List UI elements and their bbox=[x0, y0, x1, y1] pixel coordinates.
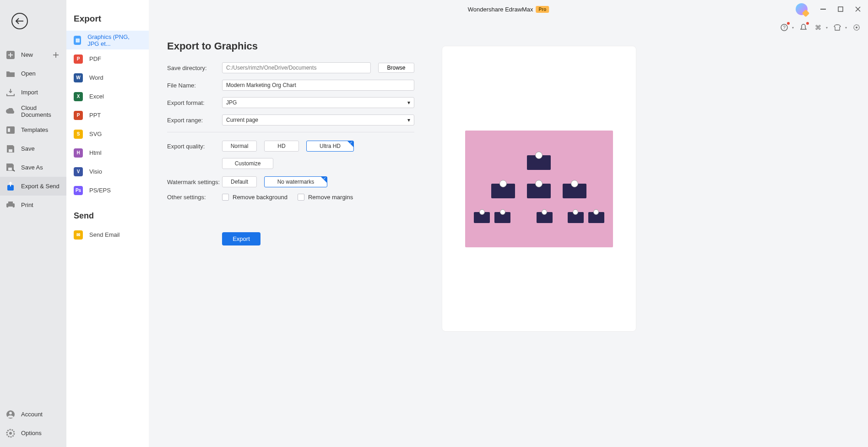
nav-save[interactable]: Save bbox=[0, 139, 66, 158]
remove-background-checkbox[interactable]: Remove background bbox=[222, 194, 288, 201]
svg-rect-1 bbox=[6, 126, 15, 134]
export-button[interactable]: Export bbox=[222, 232, 260, 245]
export-item-label: Visio bbox=[89, 168, 102, 175]
nav-bottom: Account Options bbox=[0, 405, 66, 442]
nav-cloud-documents[interactable]: Cloud Documents bbox=[0, 102, 66, 120]
export-item-label: Graphics (PNG, JPG et... bbox=[87, 33, 141, 47]
send-title: Send bbox=[66, 200, 149, 225]
svg-rect-2 bbox=[8, 128, 10, 132]
nav-account[interactable]: Account bbox=[0, 405, 66, 424]
nav-print[interactable]: Print bbox=[0, 196, 66, 214]
maximize-button[interactable] bbox=[835, 4, 846, 15]
org-chart-preview bbox=[474, 155, 604, 223]
import-icon bbox=[5, 87, 16, 98]
nav-options[interactable]: Options bbox=[0, 424, 66, 442]
ps-icon: Ps bbox=[74, 186, 83, 195]
export-pseps[interactable]: Ps PS/EPS bbox=[66, 181, 149, 200]
watermark-none-button[interactable]: No watermarks bbox=[264, 176, 327, 187]
help-icon[interactable]: ? bbox=[779, 22, 789, 33]
titlebar: Wondershare EdrawMax Pro bbox=[149, 0, 868, 18]
app-title: Wondershare EdrawMax Pro bbox=[468, 6, 549, 13]
ppt-icon: P bbox=[74, 111, 83, 120]
save-directory-input[interactable]: C:/Users/rimzh/OneDrive/Documents bbox=[222, 62, 371, 73]
nav-export-send[interactable]: Export & Send bbox=[0, 177, 66, 196]
back-button[interactable] bbox=[11, 13, 28, 29]
quality-ultrahd-button[interactable]: Ultra HD bbox=[306, 141, 354, 152]
label-other: Other settings: bbox=[167, 194, 222, 201]
send-email[interactable]: ✉ Send Email bbox=[66, 225, 149, 244]
chevron-down-icon[interactable]: ▾ bbox=[826, 26, 828, 30]
nav-open[interactable]: Open bbox=[0, 64, 66, 83]
export-ppt[interactable]: P PPT bbox=[66, 106, 149, 125]
checkbox-icon bbox=[222, 194, 229, 201]
top-toolbar: ? ▾ ⌘ ▾ ▾ bbox=[149, 18, 868, 37]
row-save-directory: Save directory: C:/Users/rimzh/OneDrive/… bbox=[167, 62, 414, 73]
nav-label: Print bbox=[21, 202, 33, 208]
main-area: Wondershare EdrawMax Pro ? ▾ ⌘ ▾ ▾ Expor… bbox=[149, 0, 868, 447]
bell-icon[interactable] bbox=[798, 22, 808, 33]
preview-card bbox=[442, 46, 636, 332]
svg-rect-4 bbox=[8, 168, 12, 170]
browse-button[interactable]: Browse bbox=[378, 63, 414, 73]
export-format-select[interactable]: JPG ▾ bbox=[222, 97, 414, 108]
svg-rect-14 bbox=[838, 7, 843, 11]
chevron-down-icon[interactable]: ▾ bbox=[845, 26, 847, 30]
add-icon[interactable] bbox=[51, 50, 61, 60]
svg-rect-3 bbox=[9, 149, 12, 152]
nav-label: Save As bbox=[21, 164, 43, 171]
nav-label: Account bbox=[21, 411, 43, 418]
settings-icon[interactable] bbox=[852, 22, 862, 33]
gear-icon bbox=[5, 428, 16, 438]
export-range-select[interactable]: Current page ▾ bbox=[222, 114, 414, 125]
quality-normal-button[interactable]: Normal bbox=[222, 141, 257, 152]
remove-margins-label: Remove margins bbox=[308, 194, 353, 201]
excel-icon: X bbox=[74, 92, 83, 101]
divider bbox=[167, 132, 414, 132]
quality-ultrahd-label: Ultra HD bbox=[320, 143, 341, 149]
minimize-button[interactable] bbox=[818, 4, 829, 15]
export-pdf[interactable]: P PDF bbox=[66, 49, 149, 68]
file-name-input[interactable]: Modern Marketing Org Chart bbox=[222, 80, 414, 91]
row-watermark: Watermark settings: Default No watermark… bbox=[167, 176, 414, 187]
quality-hd-button[interactable]: HD bbox=[264, 141, 299, 152]
nav-import[interactable]: Import bbox=[0, 83, 66, 102]
tshirt-icon[interactable] bbox=[832, 22, 842, 33]
export-graphics[interactable]: ▨ Graphics (PNG, JPG et... bbox=[66, 31, 149, 49]
keyboard-shortcut-icon[interactable]: ⌘ bbox=[813, 22, 823, 33]
nav-label: Templates bbox=[21, 126, 48, 133]
export-svg[interactable]: S SVG bbox=[66, 125, 149, 143]
arrow-left-icon bbox=[16, 18, 24, 24]
pro-badge: Pro bbox=[536, 6, 549, 13]
export-title: Export bbox=[66, 14, 149, 31]
export-item-label: SVG bbox=[89, 131, 102, 137]
row-other-settings: Other settings: Remove background Remove… bbox=[167, 194, 414, 201]
word-icon: W bbox=[74, 73, 83, 82]
export-visio[interactable]: V Visio bbox=[66, 162, 149, 181]
export-word[interactable]: W Word bbox=[66, 68, 149, 87]
chevron-down-icon: ▾ bbox=[407, 117, 410, 123]
remove-margins-checkbox[interactable]: Remove margins bbox=[298, 194, 353, 201]
print-icon bbox=[5, 200, 16, 210]
nav-templates[interactable]: Templates bbox=[0, 120, 66, 139]
label-save-directory: Save directory: bbox=[167, 65, 222, 71]
nav-save-as[interactable]: Save As bbox=[0, 158, 66, 177]
watermark-button-group: Default No watermarks bbox=[222, 176, 327, 187]
label-export-range: Export range: bbox=[167, 117, 222, 124]
svg-icon: S bbox=[74, 130, 83, 139]
svg-point-10 bbox=[9, 412, 12, 414]
nav-new[interactable]: New bbox=[0, 45, 66, 64]
window-controls bbox=[796, 3, 863, 15]
export-item-label: Excel bbox=[89, 93, 104, 100]
content-row: Export to Graphics Save directory: C:/Us… bbox=[149, 37, 868, 447]
watermark-default-button[interactable]: Default bbox=[222, 176, 257, 187]
svg-rect-13 bbox=[820, 9, 826, 10]
export-html[interactable]: H Html bbox=[66, 143, 149, 162]
nav-label: Export & Send bbox=[21, 183, 60, 190]
chevron-down-icon[interactable]: ▾ bbox=[792, 26, 794, 30]
customize-button[interactable]: Customize bbox=[222, 158, 273, 169]
svg-point-12 bbox=[9, 432, 12, 435]
avatar[interactable] bbox=[796, 3, 808, 15]
close-button[interactable] bbox=[852, 4, 863, 15]
export-excel[interactable]: X Excel bbox=[66, 87, 149, 106]
customize-row: Customize bbox=[222, 158, 414, 169]
